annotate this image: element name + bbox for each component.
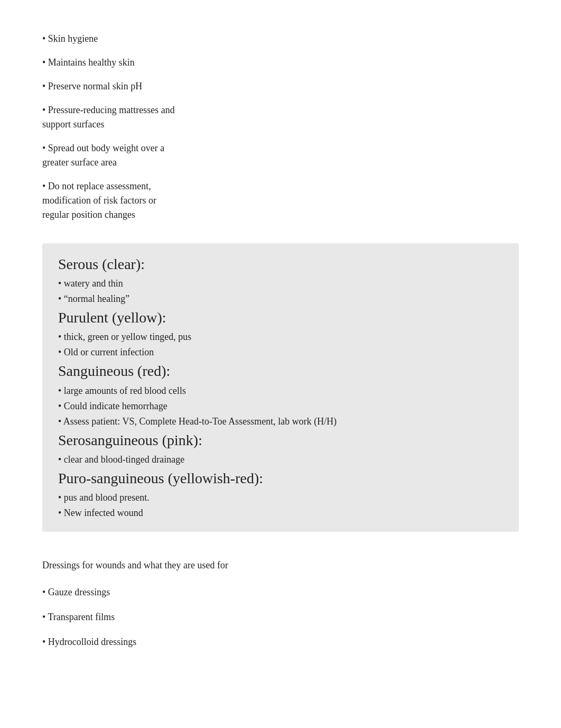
list-item: Pressure-reducing mattresses andsupport … (42, 103, 519, 132)
list-item: large amounts of red blood cells (58, 384, 503, 398)
item-text: Pressure-reducing mattresses andsupport … (42, 105, 175, 130)
bottom-list: Gauze dressings Transparent films Hydroc… (42, 585, 519, 649)
purulent-heading: Purulent (yellow): (58, 307, 503, 328)
shaded-section: Serous (clear): watery and thin “normal … (42, 243, 519, 532)
list-item: thick, green or yellow tinged, pus (58, 330, 503, 344)
list-item: “normal healing” (58, 292, 503, 306)
list-item: New infected wound (58, 506, 503, 520)
list-item: Gauze dressings (42, 585, 519, 600)
list-item: Hydrocolloid dressings (42, 635, 519, 649)
list-item: pus and blood present. (58, 491, 503, 505)
bottom-section: Dressings for wounds and what they are u… (42, 558, 519, 649)
list-item: Preserve normal skin pH (42, 79, 519, 94)
list-item: watery and thin (58, 277, 503, 291)
list-item: Spread out body weight over agreater sur… (42, 141, 519, 170)
list-item: Assess patient: VS, Complete Head-to-Toe… (58, 414, 503, 429)
item-text: Do not replace assessment,modification o… (42, 181, 156, 220)
serosanguineous-heading: Serosanguineous (pink): (58, 430, 503, 450)
puro-sanguineous-category: Puro-sanguineous (yellowish-red): pus an… (58, 468, 503, 520)
serosanguineous-category: Serosanguineous (pink): clear and blood-… (58, 430, 503, 467)
list-item: clear and blood-tinged drainage (58, 453, 503, 467)
list-item: Skin hygiene (42, 32, 519, 46)
top-section: Skin hygiene Maintains healthy skin Pres… (42, 32, 519, 222)
list-item: Do not replace assessment,modification o… (42, 179, 519, 222)
serous-category: Serous (clear): watery and thin “normal … (58, 254, 503, 306)
sanguineous-heading: Sanguineous (red): (58, 361, 503, 381)
item-text: Spread out body weight over agreater sur… (42, 143, 164, 168)
bottom-intro: Dressings for wounds and what they are u… (42, 558, 519, 573)
list-item: Could indicate hemorrhage (58, 399, 503, 413)
list-item: Old or current infection (58, 345, 503, 360)
serous-heading: Serous (clear): (58, 254, 503, 274)
top-list: Skin hygiene Maintains healthy skin Pres… (42, 32, 519, 222)
list-item: Transparent films (42, 610, 519, 624)
list-item: Maintains healthy skin (42, 56, 519, 70)
sanguineous-category: Sanguineous (red): large amounts of red … (58, 361, 503, 428)
purulent-category: Purulent (yellow): thick, green or yello… (58, 307, 503, 360)
puro-sanguineous-heading: Puro-sanguineous (yellowish-red): (58, 468, 503, 489)
